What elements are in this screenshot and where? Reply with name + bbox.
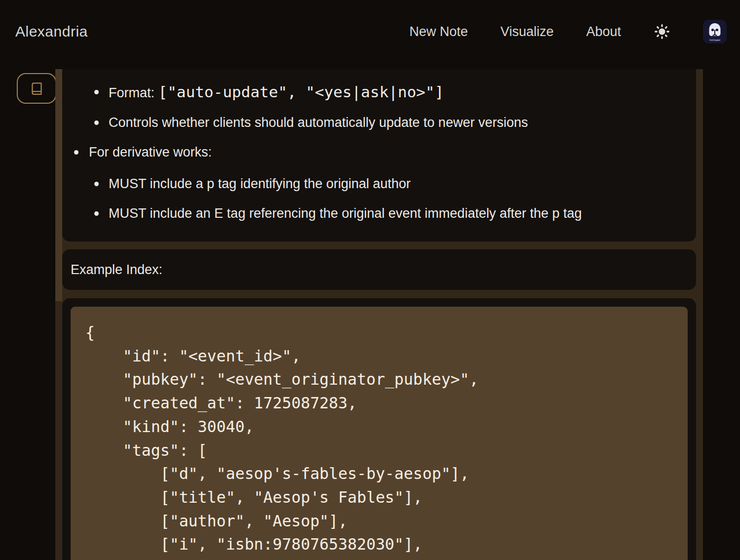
inline-code: ["auto-update", "<yes|ask|no>"] xyxy=(158,83,444,101)
book-icon xyxy=(30,82,43,95)
gitcitadel-logo[interactable]: GitCitadel xyxy=(703,20,727,43)
app-header: Alexandria New Note Visualize About xyxy=(0,0,740,63)
nav-visualize[interactable]: Visualize xyxy=(501,24,554,40)
list-item: MUST include a p tag identifying the ori… xyxy=(62,174,686,194)
toc-button[interactable] xyxy=(17,73,56,104)
list-item: MUST include an E tag referencing the or… xyxy=(62,204,686,223)
sun-icon xyxy=(654,23,670,40)
bullet-dot xyxy=(94,182,99,186)
list-item: For derivative works: xyxy=(62,143,686,162)
list-item-text: MUST include an E tag referencing the or… xyxy=(109,204,582,223)
example-index-card: Example Index: xyxy=(62,249,696,290)
list-item: Format: ["auto-update", "<yes|ask|no>"] xyxy=(62,82,686,103)
doc-requirements-card: Format: ["auto-update", "<yes|ask|no>"]C… xyxy=(62,69,696,241)
example-index-label: Example Index: xyxy=(71,262,162,278)
list-item-text: Format: ["auto-update", "<yes|ask|no>"] xyxy=(109,82,444,103)
list-item-text: For derivative works: xyxy=(89,143,212,162)
bullet-dot xyxy=(94,211,99,216)
code-card: { "id": "<event_id>", "pubkey": "<event_… xyxy=(62,298,696,560)
nav-about[interactable]: About xyxy=(586,24,621,40)
list-item-text: Controls whether clients should automati… xyxy=(109,113,528,132)
code-block: { "id": "<event_id>", "pubkey": "<event_… xyxy=(71,307,688,560)
bullet-dot xyxy=(94,90,99,94)
list-item: Controls whether clients should automati… xyxy=(62,113,686,132)
bullet-dot xyxy=(74,150,78,155)
brand-title[interactable]: Alexandria xyxy=(15,23,88,40)
list-item-text: MUST include a p tag identifying the ori… xyxy=(109,174,411,194)
nav-new-note[interactable]: New Note xyxy=(409,24,468,40)
requirements-list: Format: ["auto-update", "<yes|ask|no>"]C… xyxy=(62,82,686,223)
bullet-dot xyxy=(94,120,99,125)
svg-text:GitCitadel: GitCitadel xyxy=(709,39,720,41)
scrollbar-thumb[interactable] xyxy=(55,69,62,301)
content-panel: Format: ["auto-update", "<yes|ask|no>"]C… xyxy=(55,69,703,560)
main-nav: New Note Visualize About xyxy=(409,20,727,43)
theme-toggle-button[interactable] xyxy=(654,23,670,40)
gitcitadel-logo-icon: GitCitadel xyxy=(703,20,727,43)
